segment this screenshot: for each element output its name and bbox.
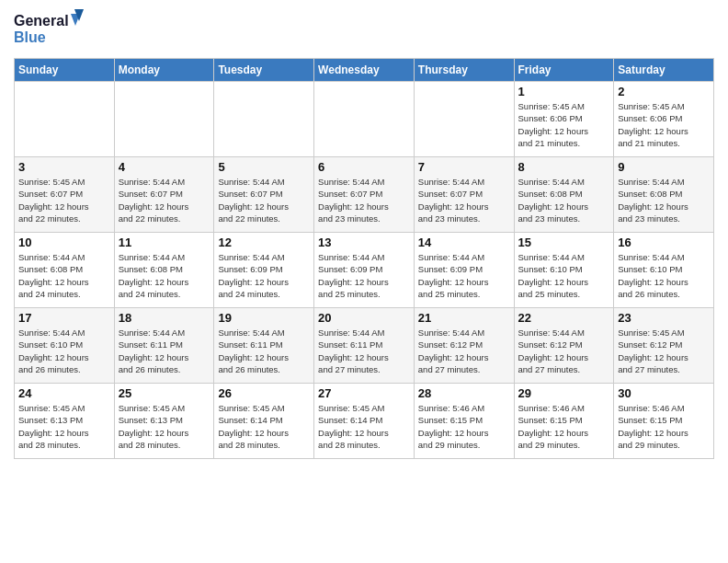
calendar-cell: 2Sunrise: 5:45 AM Sunset: 6:06 PM Daylig… [614, 82, 714, 157]
day-info: Sunrise: 5:44 AM Sunset: 6:07 PM Dayligh… [119, 176, 210, 224]
day-number: 21 [418, 311, 510, 325]
calendar-cell: 24Sunrise: 5:45 AM Sunset: 6:13 PM Dayli… [15, 384, 115, 459]
day-info: Sunrise: 5:45 AM Sunset: 6:12 PM Dayligh… [618, 327, 710, 375]
calendar-cell: 15Sunrise: 5:44 AM Sunset: 6:10 PM Dayli… [514, 233, 614, 308]
day-info: Sunrise: 5:46 AM Sunset: 6:15 PM Dayligh… [418, 402, 510, 451]
calendar-cell: 4Sunrise: 5:44 AM Sunset: 6:07 PM Daylig… [114, 157, 214, 233]
logo: GeneralBlue [14, 9, 87, 51]
day-number: 19 [218, 311, 310, 325]
day-info: Sunrise: 5:45 AM Sunset: 6:06 PM Dayligh… [618, 100, 710, 149]
calendar-cell: 30Sunrise: 5:46 AM Sunset: 6:15 PM Dayli… [614, 384, 714, 459]
day-number: 24 [18, 386, 110, 400]
calendar-cell: 12Sunrise: 5:44 AM Sunset: 6:09 PM Dayli… [214, 233, 314, 308]
col-header-sunday: Sunday [15, 59, 115, 82]
day-info: Sunrise: 5:44 AM Sunset: 6:12 PM Dayligh… [518, 327, 610, 375]
calendar-table: SundayMondayTuesdayWednesdayThursdayFrid… [14, 58, 714, 459]
calendar-cell: 14Sunrise: 5:44 AM Sunset: 6:09 PM Dayli… [414, 233, 514, 308]
calendar-cell: 6Sunrise: 5:44 AM Sunset: 6:07 PM Daylig… [314, 157, 415, 233]
calendar-week-row: 24Sunrise: 5:45 AM Sunset: 6:13 PM Dayli… [15, 384, 714, 459]
calendar-cell [214, 82, 314, 157]
day-info: Sunrise: 5:44 AM Sunset: 6:10 PM Dayligh… [518, 251, 610, 300]
day-number: 26 [218, 386, 310, 400]
calendar-cell: 7Sunrise: 5:44 AM Sunset: 6:07 PM Daylig… [414, 157, 514, 233]
calendar-cell: 22Sunrise: 5:44 AM Sunset: 6:12 PM Dayli… [514, 308, 614, 384]
day-info: Sunrise: 5:44 AM Sunset: 6:09 PM Dayligh… [318, 251, 410, 300]
col-header-tuesday: Tuesday [214, 59, 314, 82]
calendar-week-row: 3Sunrise: 5:45 AM Sunset: 6:07 PM Daylig… [15, 157, 714, 233]
day-number: 28 [418, 386, 510, 400]
day-info: Sunrise: 5:44 AM Sunset: 6:11 PM Dayligh… [318, 327, 410, 375]
calendar-cell: 9Sunrise: 5:44 AM Sunset: 6:08 PM Daylig… [614, 157, 714, 233]
col-header-friday: Friday [514, 59, 614, 82]
col-header-thursday: Thursday [414, 59, 514, 82]
calendar-cell: 29Sunrise: 5:46 AM Sunset: 6:15 PM Dayli… [514, 384, 614, 459]
day-info: Sunrise: 5:44 AM Sunset: 6:12 PM Dayligh… [418, 327, 510, 375]
day-number: 29 [518, 386, 610, 400]
calendar-cell: 16Sunrise: 5:44 AM Sunset: 6:10 PM Dayli… [614, 233, 714, 308]
day-info: Sunrise: 5:44 AM Sunset: 6:08 PM Dayligh… [119, 251, 210, 300]
day-number: 8 [518, 160, 610, 174]
calendar-cell: 20Sunrise: 5:44 AM Sunset: 6:11 PM Dayli… [314, 308, 415, 384]
calendar-cell: 1Sunrise: 5:45 AM Sunset: 6:06 PM Daylig… [514, 82, 614, 157]
calendar-cell: 25Sunrise: 5:45 AM Sunset: 6:13 PM Dayli… [114, 384, 214, 459]
day-info: Sunrise: 5:45 AM Sunset: 6:07 PM Dayligh… [18, 176, 110, 224]
calendar-cell: 26Sunrise: 5:45 AM Sunset: 6:14 PM Dayli… [214, 384, 314, 459]
calendar-cell: 11Sunrise: 5:44 AM Sunset: 6:08 PM Dayli… [114, 233, 214, 308]
day-number: 22 [518, 311, 610, 325]
calendar-header-row: SundayMondayTuesdayWednesdayThursdayFrid… [15, 59, 714, 82]
day-info: Sunrise: 5:44 AM Sunset: 6:11 PM Dayligh… [218, 327, 310, 375]
day-number: 15 [518, 236, 610, 249]
day-info: Sunrise: 5:44 AM Sunset: 6:10 PM Dayligh… [18, 327, 110, 375]
day-number: 1 [518, 85, 610, 98]
calendar-cell: 3Sunrise: 5:45 AM Sunset: 6:07 PM Daylig… [15, 157, 115, 233]
day-number: 5 [218, 160, 310, 174]
calendar-cell: 5Sunrise: 5:44 AM Sunset: 6:07 PM Daylig… [214, 157, 314, 233]
day-number: 11 [119, 236, 210, 249]
day-number: 4 [119, 160, 210, 174]
calendar-cell: 17Sunrise: 5:44 AM Sunset: 6:10 PM Dayli… [15, 308, 115, 384]
day-info: Sunrise: 5:45 AM Sunset: 6:06 PM Dayligh… [518, 100, 610, 149]
day-number: 12 [218, 236, 310, 249]
day-number: 13 [318, 236, 410, 249]
calendar-cell: 19Sunrise: 5:44 AM Sunset: 6:11 PM Dayli… [214, 308, 314, 384]
calendar-cell [15, 82, 115, 157]
day-info: Sunrise: 5:44 AM Sunset: 6:09 PM Dayligh… [218, 251, 310, 300]
day-number: 16 [618, 236, 710, 249]
day-info: Sunrise: 5:44 AM Sunset: 6:08 PM Dayligh… [518, 176, 610, 224]
day-info: Sunrise: 5:45 AM Sunset: 6:13 PM Dayligh… [18, 402, 110, 451]
day-info: Sunrise: 5:45 AM Sunset: 6:14 PM Dayligh… [318, 402, 410, 451]
svg-text:Blue: Blue [14, 29, 46, 45]
day-number: 23 [618, 311, 710, 325]
day-number: 17 [18, 311, 110, 325]
day-info: Sunrise: 5:44 AM Sunset: 6:07 PM Dayligh… [418, 176, 510, 224]
col-header-saturday: Saturday [614, 59, 714, 82]
calendar-cell: 27Sunrise: 5:45 AM Sunset: 6:14 PM Dayli… [314, 384, 415, 459]
calendar-cell: 28Sunrise: 5:46 AM Sunset: 6:15 PM Dayli… [414, 384, 514, 459]
calendar-cell [414, 82, 514, 157]
calendar-cell: 13Sunrise: 5:44 AM Sunset: 6:09 PM Dayli… [314, 233, 415, 308]
calendar-cell: 8Sunrise: 5:44 AM Sunset: 6:08 PM Daylig… [514, 157, 614, 233]
day-info: Sunrise: 5:44 AM Sunset: 6:11 PM Dayligh… [119, 327, 210, 375]
day-info: Sunrise: 5:44 AM Sunset: 6:07 PM Dayligh… [318, 176, 410, 224]
day-info: Sunrise: 5:44 AM Sunset: 6:10 PM Dayligh… [618, 251, 710, 300]
day-info: Sunrise: 5:46 AM Sunset: 6:15 PM Dayligh… [518, 402, 610, 451]
day-number: 3 [18, 160, 110, 174]
day-number: 10 [18, 236, 110, 249]
day-number: 14 [418, 236, 510, 249]
day-number: 9 [618, 160, 710, 174]
day-number: 6 [318, 160, 410, 174]
day-info: Sunrise: 5:44 AM Sunset: 6:09 PM Dayligh… [418, 251, 510, 300]
day-info: Sunrise: 5:44 AM Sunset: 6:07 PM Dayligh… [218, 176, 310, 224]
calendar-cell: 18Sunrise: 5:44 AM Sunset: 6:11 PM Dayli… [114, 308, 214, 384]
page-header: GeneralBlue [14, 9, 714, 51]
calendar-cell: 10Sunrise: 5:44 AM Sunset: 6:08 PM Dayli… [15, 233, 115, 308]
day-number: 18 [119, 311, 210, 325]
calendar-week-row: 17Sunrise: 5:44 AM Sunset: 6:10 PM Dayli… [15, 308, 714, 384]
day-info: Sunrise: 5:44 AM Sunset: 6:08 PM Dayligh… [18, 251, 110, 300]
day-number: 27 [318, 386, 410, 400]
svg-text:General: General [14, 13, 69, 29]
calendar-cell: 23Sunrise: 5:45 AM Sunset: 6:12 PM Dayli… [614, 308, 714, 384]
logo-svg: GeneralBlue [14, 9, 87, 51]
day-info: Sunrise: 5:45 AM Sunset: 6:13 PM Dayligh… [119, 402, 210, 451]
col-header-monday: Monday [114, 59, 214, 82]
